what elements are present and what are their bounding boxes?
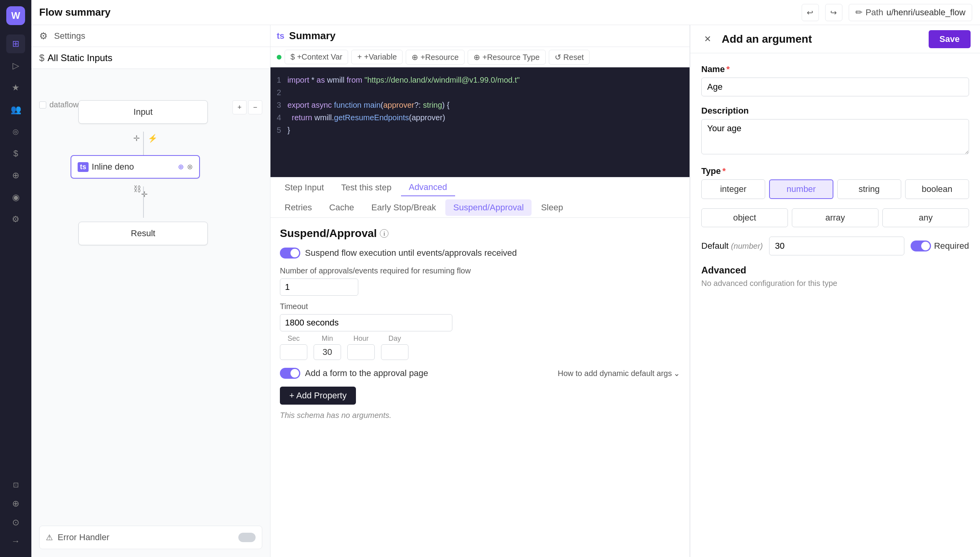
sidebar-item-apps[interactable]: ◎ xyxy=(6,122,25,141)
tab-step-input[interactable]: Step Input xyxy=(277,179,332,196)
undo-button[interactable]: ↩ xyxy=(802,4,819,21)
code-editor[interactable]: 1 2 3 4 5 import * as wmill from "https:… xyxy=(270,67,690,177)
tab-early-stop[interactable]: Early Stop/Break xyxy=(363,199,444,216)
form-toggle[interactable] xyxy=(280,368,300,379)
sidebar-item-monitor[interactable]: ◉ xyxy=(6,188,25,207)
how-to-link[interactable]: How to add dynamic default args ⌄ xyxy=(558,369,680,378)
sidebar-item-variables[interactable]: $ xyxy=(6,144,25,163)
zoom-in-button[interactable]: + xyxy=(232,100,247,114)
approvals-input[interactable] xyxy=(280,278,358,296)
close-button[interactable]: ✕ xyxy=(700,31,715,47)
inline-badge: ts xyxy=(78,162,89,172)
type-string-button[interactable]: string xyxy=(837,179,901,199)
required-toggle-switch[interactable] xyxy=(911,241,931,251)
edit-icon: ✏ xyxy=(855,7,862,18)
time-unit-sec: Sec xyxy=(280,335,307,360)
result-node-label: Result xyxy=(131,228,155,239)
sidebar-item-logout[interactable]: → xyxy=(6,532,25,551)
move-icon-2: ✛ xyxy=(141,190,148,199)
input-node-label: Input xyxy=(134,107,153,117)
suspend-title: Suspend/Approval i xyxy=(280,227,680,240)
description-input[interactable]: Your age xyxy=(701,119,969,154)
advanced-note: No advanced configuration for this type xyxy=(701,279,969,288)
day-value[interactable] xyxy=(381,344,408,360)
sidebar-item-favorites[interactable]: ★ xyxy=(6,78,25,97)
tab-test-step[interactable]: Test this step xyxy=(333,179,399,196)
sidebar-item-runs[interactable]: ▷ xyxy=(6,56,25,75)
resource-button[interactable]: ⊕ +Resource xyxy=(406,50,465,65)
type-object-button[interactable]: object xyxy=(701,208,788,227)
time-unit-day: Day xyxy=(381,335,408,360)
time-units: Sec Min 30 Hour Day xyxy=(280,335,680,360)
type-integer-button[interactable]: integer xyxy=(701,179,765,199)
sidebar-item-github[interactable]: ⊙ xyxy=(6,513,25,532)
redo-button[interactable]: ↪ xyxy=(825,4,842,21)
sidebar-item-audit[interactable]: ⊡ xyxy=(6,476,25,494)
inline-deno-node[interactable]: ts Inline deno ⊕ ⊗ xyxy=(71,155,200,179)
day-label: Day xyxy=(381,335,408,343)
type-grid-row2: object array any xyxy=(701,208,969,227)
variable-button[interactable]: + +Variable xyxy=(351,50,403,64)
form-row: Add a form to the approval page How to a… xyxy=(280,368,680,379)
context-var-button[interactable]: $ +Context Var xyxy=(285,50,348,64)
code-action-bar: $ +Context Var + +Variable ⊕ +Resource ⊕… xyxy=(270,47,690,67)
error-icon: ⚠ xyxy=(46,533,53,542)
form-desc: Add a form to the approval page xyxy=(305,368,428,378)
type-array-button[interactable]: array xyxy=(792,208,878,227)
hour-value[interactable] xyxy=(347,344,375,360)
arg-panel: ✕ Add an argument Save Name * Descriptio… xyxy=(690,25,980,557)
sidebar-item-settings[interactable]: ⚙ xyxy=(6,210,25,229)
sidebar: W ⊞ ▷ ★ 👥 ◎ $ ⊕ ◉ ⚙ ⊡ ⊕ ⊙ → xyxy=(0,0,31,557)
arg-panel-title: Add an argument xyxy=(722,33,922,45)
tab-cache[interactable]: Cache xyxy=(321,199,362,216)
flow-panel: ⚙ Settings $ All Static Inputs dataflow … xyxy=(31,25,270,557)
status-dot xyxy=(277,55,281,60)
resource-type-button[interactable]: ⊕ +Resource Type xyxy=(468,50,545,65)
path-button[interactable]: ✏ Path u/henri/useable_flow xyxy=(849,4,972,21)
suspend-toggle[interactable] xyxy=(280,248,300,259)
sec-value[interactable] xyxy=(280,344,307,360)
default-type: (number) xyxy=(731,242,763,250)
type-number-button[interactable]: number xyxy=(769,179,833,199)
lightning-icon-1: ⚡ xyxy=(148,134,158,143)
flow-controls: + − xyxy=(232,100,262,114)
chevron-down-icon: ⌄ xyxy=(673,369,680,378)
type-any-button[interactable]: any xyxy=(882,208,969,227)
error-handler-toggle[interactable] xyxy=(238,533,256,542)
add-node-icon[interactable]: ⊕ xyxy=(178,163,184,171)
page-title: Flow summary xyxy=(39,6,795,18)
result-node[interactable]: Result xyxy=(78,222,208,245)
tab-sleep[interactable]: Sleep xyxy=(533,199,571,216)
sidebar-item-resources[interactable]: ⊕ xyxy=(6,166,25,185)
tab-retries[interactable]: Retries xyxy=(277,199,320,216)
timeout-input[interactable] xyxy=(280,314,452,331)
move-icon-1: ✛ xyxy=(133,134,140,143)
path-label: Path xyxy=(866,7,883,18)
tab-advanced[interactable]: Advanced xyxy=(401,179,455,196)
arg-header: ✕ Add an argument Save xyxy=(690,25,980,53)
info-icon: i xyxy=(380,229,388,238)
zoom-out-button[interactable]: − xyxy=(248,100,262,114)
advanced-tabs: Retries Cache Early Stop/Break Suspend/A… xyxy=(270,197,690,218)
default-row: Default (number) Required xyxy=(701,237,969,255)
remove-node-icon[interactable]: ⊗ xyxy=(187,163,193,171)
link-icon: ⛓ xyxy=(133,184,141,194)
sidebar-item-webhooks[interactable]: ⊕ xyxy=(6,494,25,513)
default-input[interactable] xyxy=(769,237,904,255)
dataflow-checkbox[interactable] xyxy=(39,101,46,109)
sidebar-item-users[interactable]: 👥 xyxy=(6,100,25,119)
type-boolean-button[interactable]: boolean xyxy=(905,179,969,199)
sidebar-logo: W xyxy=(6,6,25,25)
required-toggle: Required xyxy=(911,241,969,251)
name-input[interactable] xyxy=(701,78,969,96)
reset-button[interactable]: ↺ Reset xyxy=(549,50,590,65)
input-node[interactable]: Input xyxy=(78,100,208,124)
code-panel: ts Summary $ +Context Var + +Variable ⊕ … xyxy=(270,25,690,557)
save-button[interactable]: Save xyxy=(929,30,971,48)
add-property-button[interactable]: + Add Property xyxy=(280,387,356,405)
static-inputs-label: All Static Inputs xyxy=(47,52,112,63)
sidebar-item-home[interactable]: ⊞ xyxy=(6,34,25,53)
min-value[interactable]: 30 xyxy=(314,344,341,360)
tab-suspend-approval[interactable]: Suspend/Approval xyxy=(445,199,532,216)
content-area: ⚙ Settings $ All Static Inputs dataflow … xyxy=(31,25,980,557)
